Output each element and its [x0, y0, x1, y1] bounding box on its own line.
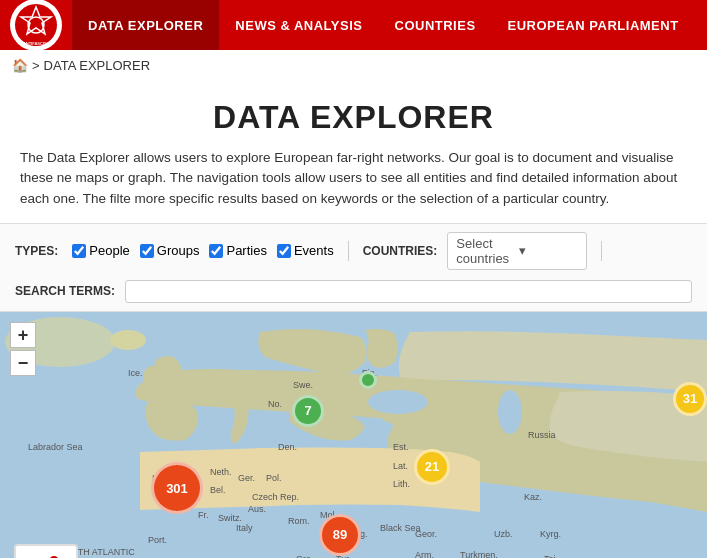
svg-point-11 — [498, 390, 522, 434]
cluster-uk-cluster[interactable]: 301 — [151, 462, 203, 514]
filter-divider-2 — [601, 241, 602, 261]
cluster-ukraine-cluster[interactable]: 21 — [414, 449, 450, 485]
countries-dropdown[interactable]: Select countries ▾ — [447, 232, 587, 270]
graph-icon — [30, 553, 62, 558]
checkbox-people[interactable]: People — [72, 243, 129, 258]
nav-european-parliament[interactable]: EUROPEAN PARLIAMENT — [492, 0, 695, 50]
checkbox-groups-label: Groups — [157, 243, 200, 258]
main-nav: DATA EXPLORER NEWS & ANALYSIS COUNTRIES … — [72, 0, 707, 50]
nav-patrons[interactable]: PATRONS — [695, 0, 707, 50]
breadcrumb-separator: > — [32, 58, 40, 73]
svg-point-10 — [368, 390, 428, 414]
breadcrumb: 🏠 > DATA EXPLORER — [0, 50, 707, 81]
checkbox-events[interactable]: Events — [277, 243, 334, 258]
logo: ANTIFASCIST — [10, 0, 62, 51]
cluster-med-cluster[interactable]: 89 — [319, 514, 361, 556]
nav-data-explorer[interactable]: DATA EXPLORER — [72, 0, 219, 50]
nav-news-analysis[interactable]: NEWS & ANALYSIS — [219, 0, 378, 50]
cluster-finland-cluster[interactable] — [359, 371, 377, 389]
search-input[interactable] — [125, 280, 692, 303]
checkbox-groups[interactable]: Groups — [140, 243, 200, 258]
graph-button[interactable]: GRAPH — [14, 544, 78, 558]
checkbox-events-input[interactable] — [277, 244, 291, 258]
search-terms-label: SEARCH TERMS: — [15, 284, 115, 298]
checkbox-people-label: People — [89, 243, 129, 258]
chevron-down-icon: ▾ — [519, 243, 578, 258]
cluster-scandinavia-cluster[interactable]: 7 — [292, 395, 324, 427]
cluster-right[interactable]: 31 — [673, 382, 707, 416]
type-checkboxes: People Groups Parties Events — [72, 243, 333, 258]
countries-filter: COUNTRIES: Select countries ▾ — [363, 232, 588, 270]
breadcrumb-current: DATA EXPLORER — [44, 58, 150, 73]
page-title: DATA EXPLORER — [20, 99, 687, 136]
countries-placeholder: Select countries — [456, 236, 515, 266]
map-controls: + − — [10, 322, 36, 376]
svg-text:ANTIFASCIST: ANTIFASCIST — [23, 41, 50, 46]
checkbox-parties[interactable]: Parties — [209, 243, 266, 258]
svg-point-6 — [110, 330, 146, 350]
filter-bar: TYPES: People Groups Parties Events COUN… — [0, 223, 707, 312]
page-description: The Data Explorer allows users to explor… — [0, 148, 707, 223]
checkbox-events-label: Events — [294, 243, 334, 258]
svg-point-0 — [15, 4, 57, 46]
map-container: Ice.RussiaSwe.Fin.No.Est.Lat.Lith.Den.Be… — [0, 312, 707, 558]
filter-divider-1 — [348, 241, 349, 261]
checkbox-groups-input[interactable] — [140, 244, 154, 258]
countries-label: COUNTRIES: — [363, 244, 438, 258]
checkbox-parties-label: Parties — [226, 243, 266, 258]
header: ANTIFASCIST DATA EXPLORER NEWS & ANALYSI… — [0, 0, 707, 50]
home-icon[interactable]: 🏠 — [12, 58, 28, 73]
page-title-section: DATA EXPLORER — [0, 81, 707, 148]
types-label: TYPES: — [15, 244, 58, 258]
zoom-in-button[interactable]: + — [10, 322, 36, 348]
nav-countries[interactable]: COUNTRIES — [379, 0, 492, 50]
checkbox-parties-input[interactable] — [209, 244, 223, 258]
search-terms-filter: SEARCH TERMS: — [15, 280, 692, 303]
checkbox-people-input[interactable] — [72, 244, 86, 258]
zoom-out-button[interactable]: − — [10, 350, 36, 376]
